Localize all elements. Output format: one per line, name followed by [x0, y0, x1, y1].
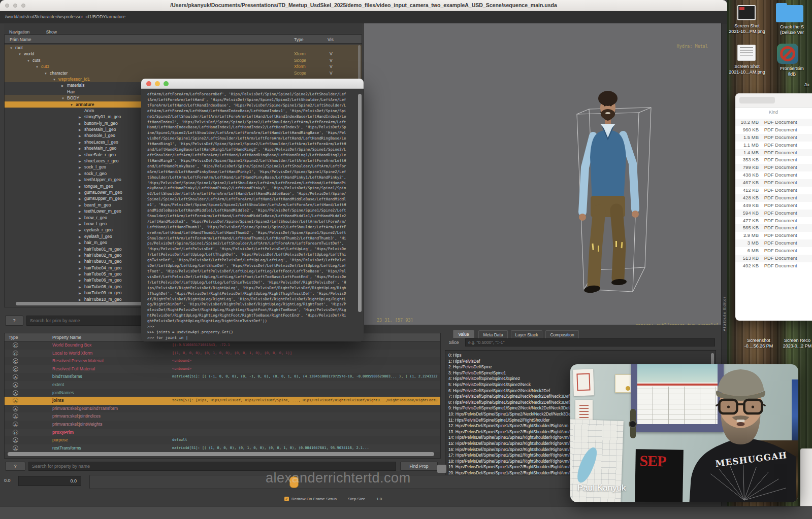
property-row[interactable]: A jointNames — [5, 389, 440, 397]
tree-row[interactable]: ▼world Xform V — [5, 51, 362, 57]
prop-search-input[interactable] — [28, 462, 396, 471]
finder-file-row[interactable]: 2.9 MB PDF Document — [735, 232, 812, 239]
file-kind: PDF Document — [764, 240, 797, 246]
column-type[interactable]: Type — [294, 37, 303, 42]
tab-layer-stack[interactable]: Layer Stack — [511, 330, 542, 338]
file-kind: PDF Document — [764, 248, 797, 253]
folder-icon[interactable] — [776, 3, 803, 22]
property-row[interactable]: A extent — [5, 381, 440, 389]
prop-search-help-button[interactable]: ? — [5, 462, 25, 471]
scroll-corner[interactable] — [437, 465, 446, 473]
close-icon[interactable] — [146, 81, 151, 86]
desktop-screenshot-label[interactable]: Screenshot-0....56.26 PM — [735, 338, 782, 349]
attribute-editor-tab[interactable]: Attribute Editor — [722, 296, 727, 331]
finder-kind-column-header[interactable]: Kind — [769, 110, 778, 115]
truncated-icon-label[interactable]: Jo — [804, 82, 809, 87]
current-frame-field[interactable]: 0.0 — [18, 476, 81, 486]
tree-row-visibility[interactable]: V — [330, 63, 333, 70]
terminal-line: >>> for joint in | — [147, 335, 359, 341]
tree-row[interactable]: ▼cuts Scope V — [5, 57, 362, 63]
column-prim-name[interactable]: Prim Name — [10, 37, 31, 42]
property-row[interactable]: A joints token[51]: [Hips, Hips/PelvisDe… — [5, 397, 440, 405]
menu-show[interactable]: Show — [46, 29, 57, 34]
tree-row[interactable]: ▼character Scope V — [5, 70, 362, 76]
property-row[interactable]: A primvars:skel:jointIndices — [5, 412, 440, 421]
column-vis[interactable]: Vis — [328, 37, 334, 42]
finder-file-row[interactable]: 412 KB PDF Document — [735, 187, 812, 194]
property-row[interactable]: A purpose default — [5, 436, 440, 444]
menu-navigation[interactable]: Navigation — [9, 29, 29, 34]
tree-row[interactable]: ▼root — [5, 45, 362, 51]
blocked-app-icon[interactable] — [777, 44, 798, 64]
screenshot1-label[interactable]: Screen Shot2021-10...PM.png — [727, 23, 767, 34]
tree-row-visibility[interactable]: V — [330, 51, 333, 57]
prim-path-bar[interactable]: /world/cuts/cut3/character/wsprofessor_i… — [0, 11, 727, 23]
screenshot2-label[interactable]: Screen Shot2021-10...AM.png — [727, 64, 767, 75]
finder-file-row[interactable]: 353 KB PDF Document — [735, 156, 812, 164]
finder-file-row[interactable]: 428 KB PDF Document — [735, 194, 812, 202]
terminal-scrollbar[interactable] — [358, 94, 362, 312]
file-size: 492 KB — [735, 262, 759, 270]
minimize-icon[interactable] — [155, 81, 160, 86]
finder-file-list: 10.2 MB PDF Document 960 KB PDF Document… — [735, 119, 812, 270]
finder-file-row[interactable]: 477 KB PDF Document — [735, 217, 812, 225]
property-horizontal-scrollbar[interactable] — [8, 452, 434, 456]
finder-file-row[interactable]: 3 MB PDF Document — [735, 239, 812, 247]
terminal-output[interactable]: eftArm/LeftForeArm/LeftForearmDef', 'Hip… — [141, 89, 364, 341]
property-row[interactable]: A primvars:skel:geomBindTransform — [5, 405, 440, 413]
finder-window[interactable]: Kind 10.2 MB PDF Document 960 KB PDF Doc… — [735, 93, 812, 321]
finder-file-row[interactable]: 10.2 MB PDF Document — [735, 119, 812, 126]
finder-file-row[interactable]: 449 KB PDF Document — [735, 202, 812, 210]
terminal-line: and/LeftHandRingBase/LeftHandRing1/LeftH… — [147, 147, 359, 153]
screenshot-file-icon[interactable] — [737, 5, 756, 20]
tree-row-visibility[interactable]: V — [330, 70, 333, 76]
finder-file-row[interactable]: 799 KB PDF Document — [735, 164, 812, 171]
column-prop-type[interactable]: Type — [9, 335, 18, 340]
finder-file-row[interactable]: 1.1 MB PDF Document — [735, 142, 812, 149]
property-row[interactable]: C World Bounding Box [(-9.51608317108154… — [5, 341, 440, 350]
column-prop-name[interactable]: Property Name — [52, 335, 81, 340]
viewport-3d[interactable]: Hydra: Metal 23 31, [57 93] [5.7 9.3] ca… — [364, 23, 721, 325]
app-label[interactable]: FrontierSimildB — [772, 66, 812, 77]
tree-row-visibility[interactable]: V — [330, 57, 333, 63]
terminal-titlebar[interactable] — [141, 79, 364, 89]
property-row[interactable]: C Resolved Full Material <unbound> — [5, 365, 440, 373]
terminal-window-controls[interactable] — [146, 81, 169, 86]
finder-file-row[interactable]: 438 KB PDF Document — [735, 171, 812, 179]
finder-file-row[interactable]: 565 KB PDF Document — [735, 224, 812, 232]
property-row[interactable]: R proxyPrim — [5, 429, 440, 437]
tab-value[interactable]: Value — [453, 330, 474, 338]
finder-file-row[interactable]: 6 MB PDF Document — [735, 247, 812, 255]
finder-file-row[interactable]: 960 KB PDF Document — [735, 126, 812, 134]
tab-meta-data[interactable]: Meta Data — [478, 330, 508, 338]
tab-composition[interactable]: Composition — [545, 330, 579, 338]
zoom-icon[interactable] — [164, 81, 169, 86]
property-row[interactable]: A primvars:skel:jointWeights — [5, 421, 440, 429]
finder-file-row[interactable]: 467 KB PDF Document — [735, 179, 812, 187]
property-row[interactable]: A bindTransforms matrix4d[51]: [( (-1, 0… — [5, 373, 440, 381]
tree-row[interactable]: ▼cut3 Xform V — [5, 63, 362, 70]
prim-search-help-button[interactable]: ? — [5, 316, 23, 326]
find-prop-button[interactable]: Find Prop — [400, 462, 438, 471]
joint-token-item[interactable]: 1: Hips/PelvisDef — [445, 359, 716, 365]
redraw-checkbox[interactable]: ✓ — [284, 497, 289, 501]
finder-search-pill[interactable] — [739, 97, 775, 103]
screenshot-file-icon[interactable] — [737, 45, 756, 61]
property-row[interactable]: C Resolved Preview Material <unbound> — [5, 357, 440, 365]
property-type-icon: A — [13, 390, 18, 396]
finder-file-row[interactable]: 492 KB PDF Document — [735, 262, 812, 270]
python-terminal-window[interactable]: eftArm/LeftForeArm/LeftForearmDef', 'Hip… — [141, 79, 364, 341]
property-row[interactable]: C Local to World Xform [(1, 0, 0, 0), (0… — [5, 350, 440, 358]
joint-token-item[interactable]: 0: Hips — [445, 353, 716, 359]
desktop-screenrec-label[interactable]: Screen Reco2023-0...2 PM — [782, 338, 812, 349]
slice-input[interactable] — [465, 338, 715, 347]
terminal-line: LeftHand/LeftHandThumb1', 'Hips/PelvisDe… — [147, 225, 359, 230]
finder-file-row[interactable]: 1.5 MB PDF Document — [735, 134, 812, 142]
step-size-value[interactable]: 1.0 — [376, 497, 382, 501]
folder-label[interactable]: Crack the S(Deluxe Ver — [772, 24, 812, 36]
finder-file-row[interactable]: 1.4 MB PDF Document — [735, 149, 812, 157]
property-row[interactable]: A restTransforms matrix4d[51]: [( (1, 0,… — [5, 444, 440, 453]
finder-file-row[interactable]: 513 KB PDF Document — [735, 255, 812, 262]
finder-file-row[interactable]: 594 KB PDF Document — [735, 210, 812, 217]
file-size: 428 KB — [735, 194, 759, 202]
